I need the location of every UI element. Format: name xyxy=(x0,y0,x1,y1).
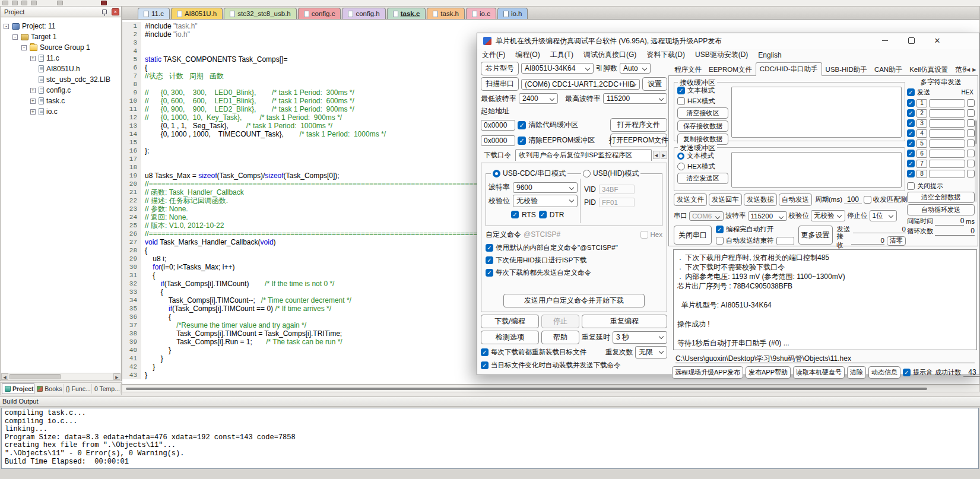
send-buffer-textarea[interactable] xyxy=(731,152,902,188)
isp-tab[interactable]: USB-HID助手 xyxy=(822,64,871,76)
scroll-right-icon[interactable]: ▶ xyxy=(972,67,976,72)
tree-item[interactable]: -Source Group 1 xyxy=(1,42,120,53)
string-hex-checkbox[interactable] xyxy=(967,129,975,137)
project-tree-hscrollbar[interactable]: ◀ ▶ xyxy=(1,373,120,380)
hex-checkbox[interactable] xyxy=(640,231,648,239)
subtab-download-password[interactable]: 下载口令 xyxy=(481,150,514,161)
string-input[interactable] xyxy=(929,139,965,148)
repeat-count-select[interactable]: 无限 xyxy=(635,346,667,359)
usb-cdc-mode-radio[interactable] xyxy=(493,170,500,177)
string-send-checkbox[interactable] xyxy=(907,109,915,117)
open-program-file-button[interactable]: 打开程序文件 xyxy=(610,118,667,132)
menu-item[interactable]: 工具(T) xyxy=(550,50,573,60)
send-cr-button[interactable]: 发送回车 xyxy=(709,193,742,206)
scroll-left-icon[interactable]: ◀ xyxy=(1,373,8,380)
string-index-button[interactable]: 3 xyxy=(916,119,927,128)
close-port-button[interactable]: 关闭串口 xyxy=(674,226,712,245)
string-hex-checkbox[interactable] xyxy=(967,119,975,127)
open-eeprom-file-button[interactable]: 打开EEPROM文件 xyxy=(610,134,667,147)
collapse-icon[interactable]: - xyxy=(4,24,9,29)
download-program-button[interactable]: 下载/编程 xyxy=(481,315,539,328)
send-hex-mode-radio[interactable] xyxy=(677,163,685,170)
editor-tab[interactable]: AI8051U.h xyxy=(171,8,223,19)
string-send-checkbox[interactable] xyxy=(907,139,915,147)
string-input[interactable] xyxy=(929,150,965,158)
scroll-right-icon[interactable]: ▶ xyxy=(113,373,120,380)
period-value[interactable]: 100 xyxy=(844,195,862,204)
isp-tab[interactable]: CAN助手 xyxy=(871,64,906,76)
isp-tab[interactable]: 程序文件 xyxy=(671,64,705,76)
editor-tab[interactable]: config.c xyxy=(298,8,341,19)
string-index-button[interactable]: 6 xyxy=(916,150,927,158)
expand-icon[interactable]: + xyxy=(30,109,36,115)
clear-eeprom-checkbox[interactable] xyxy=(518,137,526,145)
string-input[interactable] xyxy=(929,109,965,118)
clear-button[interactable]: 清除 xyxy=(847,366,866,379)
toolbar-icon[interactable] xyxy=(31,1,37,5)
usb-hid-mode-radio[interactable] xyxy=(583,170,591,177)
editor-tab[interactable]: stc32_stc8_usb.h xyxy=(224,8,297,19)
send-all-checkbox[interactable] xyxy=(907,88,915,96)
close-tip-checkbox[interactable] xyxy=(907,182,915,190)
serial-port-select[interactable]: COM6 xyxy=(689,211,724,221)
send-text-mode-radio[interactable] xyxy=(677,153,684,160)
match-test-checkbox[interactable] xyxy=(864,196,871,204)
scrollbar-thumb[interactable] xyxy=(126,388,927,390)
scan-port-button[interactable]: 扫描串口 xyxy=(481,77,519,91)
menu-item[interactable]: 资料下载(D) xyxy=(646,50,685,60)
tab-scroll-arrows[interactable]: ◀▶ xyxy=(966,65,978,74)
clear-receive-button[interactable]: 清空接收区 xyxy=(677,107,728,119)
send-data-button[interactable]: 发送数据 xyxy=(744,193,777,206)
serial-baud-select[interactable]: 115200 xyxy=(748,211,787,221)
loop-count-value[interactable]: 0 xyxy=(935,227,975,236)
editor-tab[interactable]: task.h xyxy=(427,8,465,19)
isp-tab[interactable]: Keil仿真设置 xyxy=(906,64,952,76)
auto-loop-send-button[interactable]: 自动循环发送 xyxy=(907,204,975,215)
repeat-delay-select[interactable]: 3 秒 xyxy=(613,331,667,344)
max-baud-select[interactable]: 115200 xyxy=(603,93,667,104)
autoload-on-change-checkbox[interactable] xyxy=(481,361,489,369)
custom-command-input[interactable]: @STCISP# xyxy=(524,230,638,239)
send-command-and-download-button[interactable]: 发送用户自定义命令并开始下载 xyxy=(503,294,645,307)
expand-icon[interactable]: + xyxy=(30,56,36,61)
send-command-before-download-checkbox[interactable] xyxy=(486,269,493,277)
scrollbar-thumb[interactable] xyxy=(9,374,61,379)
tree-item[interactable]: +11.c xyxy=(1,53,120,64)
toolbar-icon[interactable] xyxy=(101,1,107,5)
string-index-button[interactable]: 1 xyxy=(916,99,927,107)
toolbar-icon[interactable] xyxy=(21,1,27,5)
panel-tab[interactable]: {} Func... xyxy=(64,384,92,394)
string-hex-checkbox[interactable] xyxy=(967,150,975,157)
subtab-scroll-right-icon[interactable]: ▶ xyxy=(661,151,667,159)
string-hex-checkbox[interactable] xyxy=(967,109,975,117)
string-index-button[interactable]: 2 xyxy=(916,109,927,118)
repeat-program-button[interactable]: 重复编程 xyxy=(582,315,667,328)
reload-target-checkbox[interactable] xyxy=(481,348,489,356)
toolbar-icon[interactable] xyxy=(57,1,63,5)
pin-icon[interactable] xyxy=(102,9,107,14)
publish-help-button[interactable]: 发布APP帮助 xyxy=(746,366,791,379)
editor-tab[interactable]: io.h xyxy=(497,8,528,19)
isp-tab[interactable]: EEPROM文件 xyxy=(705,64,756,76)
beep-checkbox[interactable] xyxy=(903,369,911,376)
tree-item[interactable]: +io.c xyxy=(1,106,120,117)
minimize-button[interactable] xyxy=(876,34,894,46)
recv-text-mode-checkbox[interactable] xyxy=(677,87,685,94)
string-hex-checkbox[interactable] xyxy=(967,170,975,177)
port-select[interactable]: (COM6) CDC1-UART1,2CDC+HID xyxy=(521,79,640,90)
clear-code-checkbox[interactable] xyxy=(518,121,526,129)
string-send-checkbox[interactable] xyxy=(907,150,915,157)
string-index-button[interactable]: 8 xyxy=(916,170,927,178)
string-index-button[interactable]: 5 xyxy=(916,139,927,148)
collapse-icon[interactable]: - xyxy=(21,45,27,50)
multi-string-vscrollbar[interactable] xyxy=(975,119,977,202)
string-input[interactable] xyxy=(929,99,965,107)
auto-terminator-checkbox[interactable] xyxy=(716,237,724,245)
clear-counters-button[interactable]: 清零 xyxy=(887,236,906,246)
read-disk-id-button[interactable]: 读取本机硬盘号 xyxy=(793,366,845,379)
parity-select[interactable]: 无校验 xyxy=(513,195,578,207)
serial-parity-select[interactable]: 无校验 xyxy=(811,210,845,221)
editor-tab[interactable]: task.c xyxy=(387,8,426,19)
expand-icon[interactable]: + xyxy=(30,88,36,93)
string-send-checkbox[interactable] xyxy=(907,99,915,107)
